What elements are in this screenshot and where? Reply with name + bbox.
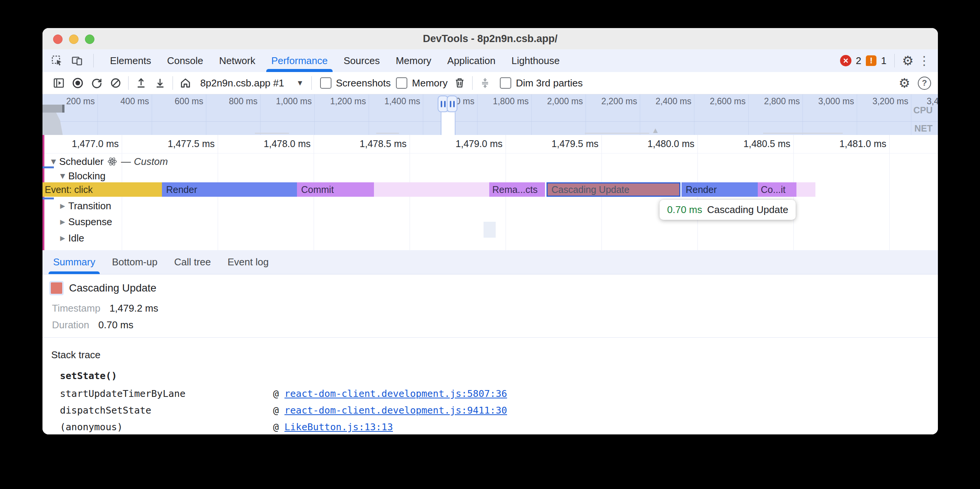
overview-tick-label: 3,000 ms	[818, 96, 854, 106]
divider	[93, 54, 94, 67]
frame-at-separator: @	[273, 405, 279, 416]
tab-console[interactable]: Console	[159, 49, 211, 72]
timeline-overview[interactable]: ▲ 200 ms400 ms600 ms800 ms1,000 ms1,200 …	[43, 94, 938, 135]
cpu-activity-shape	[43, 113, 64, 135]
flame-bar-phase[interactable]	[796, 183, 815, 197]
lane-blocking[interactable]: ▼ Blocking	[57, 170, 105, 182]
react-atom-icon	[107, 157, 117, 167]
lane-transition[interactable]: ▶ Transition	[57, 200, 111, 212]
divider	[894, 54, 895, 67]
tab-elements[interactable]: Elements	[102, 49, 159, 72]
overview-tick-label: 2,600 ms	[710, 96, 746, 106]
overview-selection-window[interactable]: ▲	[441, 112, 455, 135]
tab-lighthouse[interactable]: Lighthouse	[504, 49, 568, 72]
details-tab-summary[interactable]: Summary	[45, 250, 103, 274]
flame-bar-rema-cts[interactable]: Rema...cts	[489, 183, 545, 197]
help-icon[interactable]: ?	[918, 76, 931, 90]
details-tab-event-log[interactable]: Event log	[219, 250, 277, 274]
ruler-tick-label: 1,479.5 ms	[551, 138, 598, 149]
summary-value: 1,479.2 ms	[110, 303, 159, 314]
device-toolbar-icon[interactable]	[70, 53, 85, 68]
source-location-link[interactable]: LikeButton.js:13:13	[285, 422, 393, 432]
inspect-element-icon[interactable]	[49, 53, 64, 68]
overview-grid-line	[423, 94, 423, 135]
details-tab-call-tree[interactable]: Call tree	[166, 250, 219, 274]
ruler-tick-label: 1,477.0 ms	[72, 138, 119, 149]
tab-memory[interactable]: Memory	[388, 49, 439, 72]
overview-grid-line	[640, 94, 640, 135]
lane-label: Idle	[68, 232, 84, 244]
tab-application[interactable]: Application	[439, 49, 503, 72]
flame-chart[interactable]: ▼ Scheduler — Custom ▼ Blocking	[43, 135, 938, 251]
record-icon[interactable]	[70, 75, 85, 90]
selection-right-handle[interactable]	[447, 95, 457, 112]
flame-bar-event-click[interactable]: Event: click	[43, 183, 162, 197]
toggle-sidebar-icon[interactable]	[51, 75, 66, 90]
target-selector[interactable]: 8p2n9n.csb.app #1	[200, 77, 284, 89]
flame-bar-cascading-update[interactable]: Cascading Update	[547, 183, 680, 197]
performance-toolbar: 8p2n9n.csb.app #1 ▼ Screenshots Memory	[43, 72, 938, 94]
dim-3rd-parties-checkbox[interactable]	[500, 77, 511, 89]
collapse-tracks-icon[interactable]	[477, 75, 493, 90]
memory-checkbox[interactable]	[396, 77, 407, 89]
tab-sources[interactable]: Sources	[336, 49, 388, 72]
collapse-triangle-icon[interactable]: ▼	[57, 172, 68, 180]
expand-triangle-icon[interactable]: ▶	[57, 202, 68, 210]
warning-badge-icon[interactable]: !	[866, 56, 877, 66]
error-count: 2	[856, 55, 861, 67]
memory-label[interactable]: Memory	[412, 77, 447, 89]
flame-bar-phase[interactable]	[374, 183, 489, 197]
overview-tick-label: 2,800 ms	[764, 96, 800, 106]
screenshots-checkbox[interactable]	[320, 77, 331, 89]
overview-tick-label: 1,800 ms	[493, 96, 529, 106]
more-options-icon[interactable]: ⋮	[918, 54, 930, 68]
chevron-down-icon[interactable]: ▼	[298, 79, 302, 86]
flame-bar-co-it[interactable]: Co...it	[758, 183, 796, 197]
activity-mark	[585, 133, 649, 134]
error-badge-icon[interactable]	[840, 55, 851, 66]
details-tab-bottom-up[interactable]: Bottom-up	[103, 250, 166, 274]
home-icon[interactable]	[178, 75, 193, 90]
screenshots-label[interactable]: Screenshots	[336, 77, 391, 89]
flame-bar-commit[interactable]: Commit	[297, 183, 374, 197]
overview-tick-label: 1,200 ms	[330, 96, 366, 106]
frame-at-separator: @	[273, 388, 279, 399]
stack-trace-heading: Stack trace	[51, 349, 100, 361]
overview-grid-line	[802, 94, 803, 135]
flame-bar-row: Event: clickRenderCommitRema...ctsCascad…	[43, 183, 938, 197]
collapse-triangle-icon[interactable]: ▼	[48, 158, 59, 165]
overview-tick-label: 400 ms	[121, 96, 149, 106]
settings-gear-icon[interactable]: ⚙	[902, 53, 914, 68]
lane-idle[interactable]: ▶ Idle	[57, 232, 84, 244]
flame-bar-render[interactable]: Render	[162, 183, 297, 197]
upload-profile-icon[interactable]	[134, 75, 149, 90]
track-accent-mark	[43, 167, 54, 168]
collect-garbage-icon[interactable]	[452, 75, 467, 90]
clear-icon[interactable]	[108, 75, 123, 90]
tab-network[interactable]: Network	[211, 49, 263, 72]
overview-tick-label: 200 ms	[66, 96, 95, 106]
tooltip-label: Cascading Update	[707, 204, 789, 216]
overview-tick-label: 3,200 ms	[872, 96, 908, 106]
expand-triangle-icon[interactable]: ▶	[57, 218, 68, 225]
warning-count: 1	[881, 55, 886, 67]
expand-triangle-icon[interactable]: ▶	[57, 234, 68, 242]
overview-grid-line	[369, 94, 369, 135]
source-location-link[interactable]: react-dom-client.development.js:5807:36	[285, 388, 507, 399]
frame-function: dispatchSetState	[60, 405, 151, 416]
source-location-link[interactable]: react-dom-client.development.js:9411:30	[285, 405, 507, 416]
tab-performance[interactable]: Performance	[263, 49, 336, 72]
details-tabbar: SummaryBottom-upCall treeEvent log	[43, 250, 938, 275]
overview-grid-line	[314, 94, 315, 135]
flame-bar-render[interactable]: Render	[681, 183, 758, 197]
dim-3rd-parties-label[interactable]: Dim 3rd parties	[516, 77, 582, 89]
reload-record-icon[interactable]	[89, 75, 104, 90]
stack-frame-startupdatetimerbylane: startUpdateTimerByLane@react-dom-client.…	[60, 388, 938, 400]
overview-grid-line	[857, 94, 857, 135]
overview-grid-line	[152, 94, 152, 135]
download-profile-icon[interactable]	[153, 75, 168, 90]
overview-grid-line	[585, 94, 586, 135]
track-group-scheduler[interactable]: ▼ Scheduler — Custom	[48, 156, 168, 168]
capture-settings-gear-icon[interactable]: ⚙	[899, 75, 910, 90]
lane-suspense[interactable]: ▶ Suspense	[57, 216, 112, 228]
